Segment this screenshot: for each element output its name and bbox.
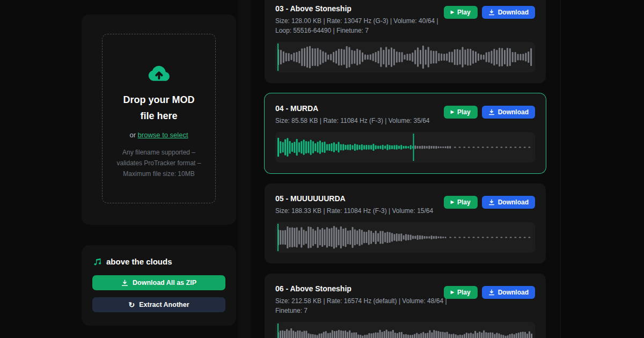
play-icon: ▶ [451,110,454,114]
download-button[interactable]: Download [482,6,535,19]
background-seam [560,0,561,338]
download-label: Download [498,199,529,206]
module-title: above the clouds [106,257,172,266]
download-all-zip-button[interactable]: Download All as ZIP [92,275,225,290]
sample-meta: Size: 85.58 KB | Rate: 11084 Hz (F-3) | … [275,116,455,126]
dropzone-title-line1: Drop your MOD [123,92,195,108]
waveform[interactable] [275,42,535,72]
download-button[interactable]: Download [482,286,535,299]
toolbox-card: above the clouds Download All as ZIP ↻ E… [82,245,236,326]
waveform[interactable] [275,132,535,163]
download-label: Download [498,9,529,16]
background-right-dim [561,0,644,338]
download-all-zip-label: Download All as ZIP [133,279,196,286]
download-icon [488,289,495,296]
download-label: Download [498,108,529,116]
download-button[interactable]: Download [482,106,535,119]
play-icon: ▶ [451,200,454,204]
dropzone-title-line2: file here [123,108,195,124]
sample-actions: ▶Play Download [444,106,535,119]
sample-meta: Size: 188.33 KB | Rate: 11084 Hz (F-3) |… [275,206,455,216]
sample-actions: ▶Play Download [444,196,535,209]
download-button[interactable]: Download [482,196,535,209]
extract-another-label: Extract Another [139,301,189,308]
toolbox-header: above the clouds [92,257,225,266]
music-note-icon [92,257,101,266]
cloud-upload-icon [146,63,172,82]
browse-row: or browse to select [129,131,188,139]
sample-actions: ▶Play Download [444,6,535,19]
sample-card-04: 04 - MURDA Size: 85.58 KB | Rate: 11084 … [265,93,546,173]
download-icon [488,199,495,205]
waveform[interactable] [275,222,535,253]
play-label: Play [457,199,471,206]
download-icon [121,280,128,286]
download-label: Download [498,289,529,296]
download-icon [488,9,495,16]
play-icon: ▶ [451,10,454,14]
drop-zone[interactable]: Drop your MOD file here or browse to sel… [102,34,216,203]
sample-actions: ▶Play Download [444,286,535,299]
play-button[interactable]: ▶Play [444,286,478,299]
upload-hint: Any filename supported – validates ProTr… [111,147,207,179]
play-icon: ▶ [451,290,454,295]
extract-another-button[interactable]: ↻ Extract Another [92,297,225,312]
upload-card: Drop your MOD file here or browse to sel… [82,14,236,225]
refresh-icon: ↻ [128,301,135,308]
sample-list: 03 - Above Stoneship Size: 128.00 KB | R… [265,0,546,338]
play-button[interactable]: ▶Play [444,196,478,209]
play-button[interactable]: ▶Play [444,6,478,19]
download-icon [488,109,495,115]
waveform[interactable] [275,322,535,338]
sample-card-05: 05 - MUUUUUURDA Size: 188.33 KB | Rate: … [265,183,546,263]
play-label: Play [457,289,471,296]
play-label: Play [457,9,471,16]
sample-meta: Size: 128.00 KB | Rate: 13047 Hz (G-3) |… [275,16,455,35]
sample-meta: Size: 212.58 KB | Rate: 16574 Hz (defaul… [275,296,455,315]
browse-link[interactable]: browse to select [138,131,188,139]
play-label: Play [457,108,471,116]
or-text: or [129,131,137,139]
dropzone-title: Drop your MOD file here [123,92,195,124]
sample-card-06: 06 - Above Stoneship Size: 212.58 KB | R… [265,274,546,338]
sample-card-03: 03 - Above Stoneship Size: 128.00 KB | R… [265,0,546,83]
background-strip [238,0,251,338]
play-button[interactable]: ▶Play [444,106,478,119]
